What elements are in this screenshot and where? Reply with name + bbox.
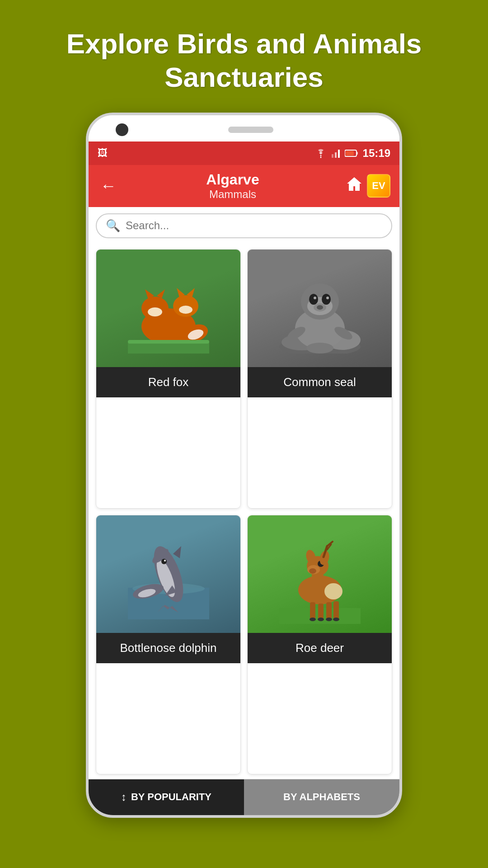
red-fox-svg — [128, 263, 209, 354]
popularity-label: BY POPULARITY — [131, 791, 211, 803]
search-input[interactable] — [126, 219, 382, 232]
signal-icon — [331, 149, 340, 158]
svg-rect-2 — [335, 152, 337, 158]
phone-frame: 🖼 15:19 ← — [86, 113, 402, 818]
svg-point-42 — [164, 560, 166, 561]
svg-rect-5 — [357, 152, 358, 155]
svg-point-28 — [314, 297, 316, 299]
status-icons: 15:19 — [315, 147, 390, 160]
svg-point-29 — [326, 297, 329, 299]
dolphin-image — [96, 515, 240, 633]
search-bar: 🔍 — [89, 207, 399, 245]
app-header-title: Algarve Mammals — [119, 171, 346, 201]
svg-point-13 — [179, 306, 192, 314]
app-header: ← Algarve Mammals EV — [89, 165, 399, 207]
roe-deer-label: Roe deer — [248, 633, 392, 663]
red-fox-label: Red fox — [96, 367, 240, 397]
category-title: Mammals — [119, 188, 346, 201]
roe-deer-image — [248, 515, 392, 633]
location-title: Algarve — [119, 171, 346, 188]
animal-grid: Red fox — [89, 245, 399, 779]
alphabets-label: BY ALPHABETS — [283, 791, 360, 803]
common-seal-svg — [279, 263, 361, 354]
svg-point-34 — [306, 343, 333, 354]
svg-rect-3 — [338, 150, 340, 158]
status-bar: 🖼 15:19 — [89, 142, 399, 165]
sort-alphabets-button[interactable]: BY ALPHABETS — [244, 779, 399, 815]
svg-point-68 — [333, 618, 339, 621]
svg-rect-19 — [128, 340, 209, 344]
svg-rect-6 — [346, 151, 354, 156]
page-header-title: Explore Birds and Animals Sanctuaries — [0, 27, 488, 94]
bottom-bar: ↕ BY POPULARITY BY ALPHABETS — [89, 779, 399, 815]
svg-rect-61 — [310, 602, 315, 619]
svg-point-53 — [309, 568, 316, 574]
battery-icon — [345, 149, 358, 157]
wifi-icon — [315, 148, 327, 158]
common-seal-image — [248, 250, 392, 367]
svg-point-26 — [309, 294, 318, 305]
svg-rect-62 — [318, 604, 324, 619]
svg-point-41 — [161, 559, 167, 564]
svg-point-65 — [310, 618, 316, 621]
animal-card-dolphin[interactable]: Bottlenose dolphin — [96, 515, 241, 774]
animal-card-roe-deer[interactable]: Roe deer — [247, 515, 392, 774]
svg-point-49 — [324, 583, 343, 599]
dolphin-svg — [128, 529, 209, 619]
status-time: 15:19 — [363, 147, 390, 160]
svg-rect-64 — [333, 601, 339, 619]
search-input-wrap: 🔍 — [96, 213, 392, 238]
svg-point-67 — [326, 618, 332, 621]
svg-point-27 — [322, 294, 331, 305]
phone-speaker — [228, 127, 273, 133]
animal-card-common-seal[interactable]: Common seal — [247, 249, 392, 509]
back-button[interactable]: ← — [98, 174, 119, 198]
svg-marker-39 — [173, 546, 181, 558]
dolphin-label: Bottlenose dolphin — [96, 633, 240, 663]
app-header-actions: EV — [346, 174, 390, 198]
svg-point-9 — [148, 307, 162, 316]
svg-point-31 — [317, 305, 323, 310]
svg-rect-18 — [128, 342, 209, 354]
animal-card-red-fox[interactable]: Red fox — [96, 249, 241, 509]
home-button[interactable] — [346, 176, 362, 195]
svg-rect-1 — [332, 154, 333, 158]
sort-icon: ↕ — [121, 791, 127, 803]
common-seal-label: Common seal — [248, 367, 392, 397]
search-icon: 🔍 — [106, 219, 120, 233]
phone-camera — [116, 123, 128, 136]
status-image-icon: 🖼 — [98, 147, 108, 159]
logo-badge: EV — [367, 174, 390, 198]
roe-deer-svg — [279, 524, 361, 624]
home-icon — [346, 176, 362, 192]
phone-top-bar — [89, 115, 399, 142]
red-fox-image — [96, 250, 240, 367]
svg-point-66 — [318, 618, 324, 621]
sort-popularity-button[interactable]: ↕ BY POPULARITY — [89, 779, 244, 815]
svg-point-0 — [320, 156, 321, 158]
svg-rect-63 — [326, 602, 332, 619]
